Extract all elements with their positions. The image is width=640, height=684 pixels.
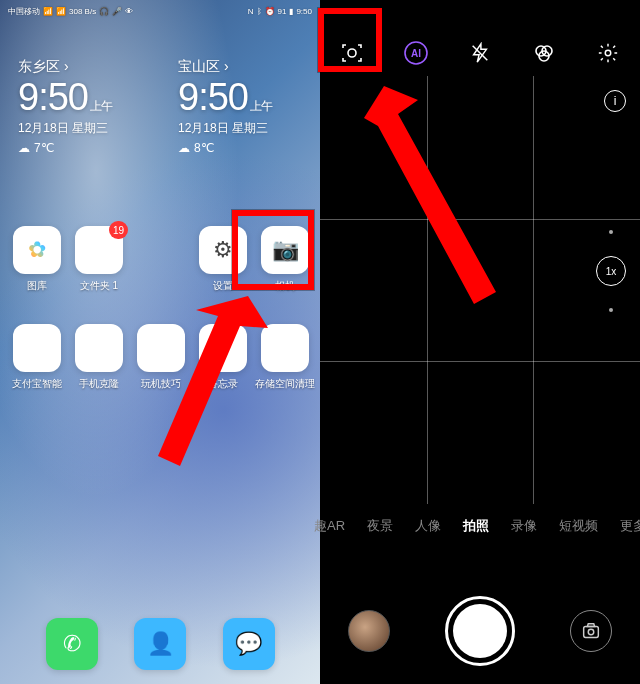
- weather-icon: ☁: [18, 141, 30, 155]
- signal-icon: 📶: [56, 7, 66, 16]
- battery-icon: ▮: [289, 7, 293, 16]
- storage-icon: ▭: [275, 335, 296, 361]
- camera-settings-button[interactable]: [586, 33, 630, 73]
- app-notes[interactable]: ≡ 备忘录: [194, 324, 252, 391]
- messages-icon: 💬: [235, 631, 262, 657]
- info-icon: i: [614, 94, 617, 108]
- bluetooth-icon: ᛒ: [257, 7, 262, 16]
- app-camera[interactable]: 📷 相机: [256, 226, 314, 293]
- app-label: 文件夹 1: [80, 279, 118, 293]
- phone-icon: ✆: [63, 631, 81, 657]
- camera-modes[interactable]: 趣AR 夜景 人像 拍照 录像 短视频 更多: [320, 506, 640, 546]
- town-block-1: 宝山区 › 9:50上午 12月18日 星期三 ☁8℃: [160, 58, 320, 155]
- town-block-0: 东乡区 › 9:50上午 12月18日 星期三 ☁7℃: [0, 58, 160, 155]
- contacts-icon: 👤: [147, 631, 174, 657]
- svg-point-1: [348, 49, 356, 57]
- shutter-button[interactable]: [445, 596, 515, 666]
- camera-app: AI i 1x: [320, 0, 640, 684]
- gear-icon: ⚙: [213, 237, 233, 263]
- dock-messages[interactable]: 💬: [220, 618, 278, 670]
- gallery-icon: ✿: [28, 237, 46, 263]
- app-storage-cleaner[interactable]: ▭ 存储空间清理: [256, 324, 314, 391]
- signal-icon: 📶: [43, 7, 53, 16]
- weather-icon: ☁: [178, 141, 190, 155]
- chevron-right-icon: ›: [224, 58, 229, 74]
- viewfinder[interactable]: [320, 76, 640, 504]
- dock-contacts[interactable]: 👤: [131, 618, 189, 670]
- gridline: [320, 219, 640, 220]
- headphones-icon: 🎧: [99, 7, 109, 16]
- mode-night[interactable]: 夜景: [367, 517, 393, 535]
- ai-lens-button[interactable]: [330, 33, 374, 73]
- zoom-label: 1x: [606, 266, 617, 277]
- zoom-scale[interactable]: 1x: [596, 230, 626, 312]
- app-alipay[interactable]: 支 支付宝智能: [8, 324, 66, 391]
- app-settings[interactable]: ⚙ 设置: [194, 226, 252, 293]
- dual-clock-widget[interactable]: 东乡区 › 9:50上午 12月18日 星期三 ☁7℃ 宝山区 › 9:50上午…: [0, 58, 320, 155]
- info-button[interactable]: i: [604, 90, 626, 112]
- badge: 19: [109, 221, 128, 239]
- app-row-1: ✿ 图库 ▦ 19 文件夹 1 ⚙ 设置 📷 相机: [0, 226, 320, 293]
- netspeed-label: 308 B/s: [69, 7, 96, 16]
- zoom-dot: [609, 230, 613, 234]
- mode-portrait[interactable]: 人像: [415, 517, 441, 535]
- nfc-icon: N: [248, 7, 254, 16]
- statusbar-time: 9:50: [296, 7, 312, 16]
- app-label: 手机克隆: [79, 377, 119, 391]
- camera-icon: 📷: [272, 237, 299, 263]
- filter-button[interactable]: [522, 33, 566, 73]
- clock-time: 9:50: [178, 76, 248, 118]
- app-folder[interactable]: ▦ 19 文件夹 1: [70, 226, 128, 293]
- clock-date: 12月18日 星期三: [18, 120, 160, 137]
- gridline: [320, 361, 640, 362]
- tips-icon: i: [159, 335, 164, 361]
- town-name: 东乡区: [18, 58, 60, 74]
- clock-ampm: 上午: [90, 99, 112, 113]
- mode-short[interactable]: 短视频: [559, 517, 598, 535]
- clock-time: 9:50: [18, 76, 88, 118]
- chevron-right-icon: ›: [64, 58, 69, 74]
- zoom-level[interactable]: 1x: [596, 256, 626, 286]
- svg-point-10: [589, 629, 595, 635]
- app-label: 备忘录: [208, 377, 238, 391]
- switch-camera-button[interactable]: [570, 610, 612, 652]
- app-label: 玩机技巧: [141, 377, 181, 391]
- svg-text:AI: AI: [411, 48, 421, 59]
- homescreen: 中国移动 📶 📶 308 B/s 🎧 🎤 👁 N ᛒ ⏰ 91 ▮ 9:50 东…: [0, 0, 320, 684]
- battery-label: 91: [278, 7, 287, 16]
- phone-clone-icon: ⇆: [90, 335, 108, 361]
- app-label: 支付宝智能: [12, 377, 62, 391]
- gridline: [427, 76, 428, 504]
- notes-icon: ≡: [217, 335, 230, 361]
- flash-button[interactable]: [458, 33, 502, 73]
- dock-phone[interactable]: ✆: [43, 618, 101, 670]
- temp-label: 7℃: [34, 141, 54, 155]
- app-label: 相机: [275, 279, 295, 293]
- mode-more[interactable]: 更多: [620, 517, 640, 535]
- voice-icon: 🎤: [112, 7, 122, 16]
- svg-rect-9: [584, 626, 599, 637]
- camera-topbar: AI: [320, 0, 640, 76]
- app-row-2: 支 支付宝智能 ⇆ 手机克隆 i 玩机技巧 ≡ 备忘录 ▭ 存储空间清理: [0, 324, 320, 391]
- app-tips[interactable]: i 玩机技巧: [132, 324, 190, 391]
- statusbar: 中国移动 📶 📶 308 B/s 🎧 🎤 👁 N ᛒ ⏰ 91 ▮ 9:50: [0, 0, 320, 22]
- alipay-icon: 支: [26, 333, 48, 363]
- shutter-inner: [453, 604, 507, 658]
- app-label: 图库: [27, 279, 47, 293]
- last-photo-thumbnail[interactable]: [348, 610, 390, 652]
- clock-date: 12月18日 星期三: [178, 120, 320, 137]
- app-label: 存储空间清理: [255, 377, 315, 391]
- eye-icon: 👁: [125, 7, 133, 16]
- mode-ar[interactable]: 趣AR: [314, 517, 345, 535]
- app-label: 设置: [213, 279, 233, 293]
- gridline: [533, 76, 534, 504]
- zoom-dot: [609, 308, 613, 312]
- app-phone-clone[interactable]: ⇆ 手机克隆: [70, 324, 128, 391]
- ai-toggle-button[interactable]: AI: [394, 33, 438, 73]
- alarm-icon: ⏰: [265, 7, 275, 16]
- mode-photo[interactable]: 拍照: [463, 517, 489, 535]
- mode-video[interactable]: 录像: [511, 517, 537, 535]
- app-gallery[interactable]: ✿ 图库: [8, 226, 66, 293]
- carrier-label: 中国移动: [8, 6, 40, 17]
- svg-point-8: [605, 50, 611, 56]
